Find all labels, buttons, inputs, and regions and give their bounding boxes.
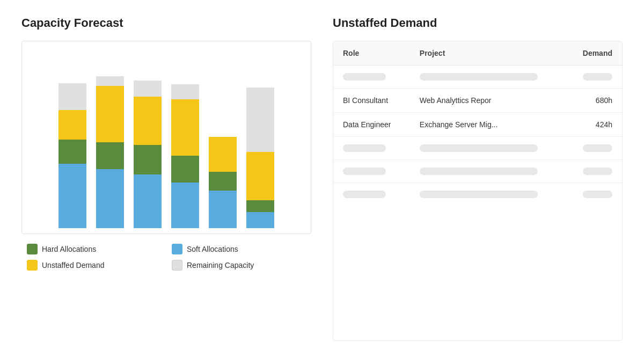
right-panel: Unstaffed Demand Role Project Demand BI … — [333, 16, 623, 341]
hard-allocations-segment — [96, 142, 124, 169]
table-row-skel1 — [333, 65, 622, 89]
capacity-forecast-chart — [21, 41, 311, 234]
soft-allocations-segment — [209, 191, 237, 228]
legend-label-hard: Hard Allocations — [42, 245, 96, 253]
skeleton-project-skel3 — [410, 160, 566, 183]
skeleton-demand-skel4 — [566, 183, 622, 206]
bar-column-bar4 — [171, 84, 199, 228]
legend-color-unstaffed — [27, 260, 38, 271]
unstaffed-demand-title: Unstaffed Demand — [333, 16, 623, 30]
legend-color-remaining — [172, 260, 182, 271]
hard-allocations-segment — [134, 145, 162, 174]
skeleton-role-skel2 — [333, 137, 410, 160]
skeleton-project-skel1 — [410, 65, 566, 89]
left-panel: Capacity Forecast Hard AllocationsSoft A… — [21, 16, 311, 341]
unstaffed-demand-segment — [171, 99, 199, 156]
col-project: Project — [410, 41, 566, 65]
unstaffed-demand-segment — [134, 97, 162, 145]
soft-allocations-segment — [134, 174, 162, 228]
legend-item-soft: Soft Allocations — [172, 244, 311, 254]
legend-label-soft: Soft Allocations — [187, 245, 238, 253]
soft-allocations-segment — [246, 212, 274, 228]
soft-allocations-segment — [96, 169, 124, 228]
legend-color-soft — [172, 244, 182, 254]
skeleton-role-skel1 — [333, 65, 410, 89]
skeleton-project-skel2 — [410, 137, 566, 160]
unstaffed-demand-segment — [58, 110, 86, 140]
capacity-forecast-title: Capacity Forecast — [21, 16, 311, 30]
table-row-row2: Data EngineerExchange Server Mig...424h — [333, 113, 622, 137]
bar-column-bar2 — [96, 76, 124, 228]
bar-column-bar5 — [209, 137, 237, 228]
cell-project-row2: Exchange Server Mig... — [410, 113, 566, 137]
hard-allocations-segment — [246, 200, 274, 212]
remaining-capacity-segment — [246, 88, 274, 152]
legend-label-remaining: Remaining Capacity — [187, 261, 254, 269]
legend-item-unstaffed: Unstaffed Demand — [27, 260, 166, 271]
skeleton-demand-skel3 — [566, 160, 622, 183]
main-container: Capacity Forecast Hard AllocationsSoft A… — [0, 0, 644, 357]
unstaffed-demand-segment — [96, 86, 124, 142]
cell-role-row1: BI Consultant — [333, 89, 410, 113]
remaining-capacity-segment — [58, 83, 86, 110]
table-row-skel4 — [333, 183, 622, 206]
skeleton-project-skel4 — [410, 183, 566, 206]
remaining-capacity-segment — [134, 81, 162, 97]
unstaffed-demand-table: Role Project Demand BI ConsultantWeb Ana… — [333, 41, 622, 206]
unstaffed-demand-segment — [209, 137, 237, 172]
table-row-row1: BI ConsultantWeb Analyttics Repor680h — [333, 89, 622, 113]
col-demand: Demand — [566, 41, 622, 65]
table-row-skel3 — [333, 160, 622, 183]
soft-allocations-segment — [171, 183, 199, 228]
bar-column-bar6 — [246, 88, 274, 228]
legend-label-unstaffed: Unstaffed Demand — [42, 261, 104, 269]
skeleton-demand-skel2 — [566, 137, 622, 160]
soft-allocations-segment — [58, 164, 86, 228]
table-header: Role Project Demand — [333, 41, 622, 65]
legend-item-hard: Hard Allocations — [27, 244, 166, 254]
hard-allocations-segment — [58, 140, 86, 164]
cell-role-row2: Data Engineer — [333, 113, 410, 137]
skeleton-demand-skel1 — [566, 65, 622, 89]
table-body: BI ConsultantWeb Analyttics Repor680hDat… — [333, 65, 622, 206]
bar-column-bar1 — [58, 83, 86, 228]
table-row-skel2 — [333, 137, 622, 160]
cell-demand-row1: 680h — [566, 89, 622, 113]
remaining-capacity-segment — [171, 84, 199, 99]
table-header-row: Role Project Demand — [333, 41, 622, 65]
unstaffed-demand-segment — [246, 152, 274, 200]
hard-allocations-segment — [171, 156, 199, 183]
skeleton-role-skel3 — [333, 160, 410, 183]
chart-legend: Hard AllocationsSoft AllocationsUnstaffe… — [21, 244, 311, 271]
bar-column-bar3 — [134, 81, 162, 228]
col-role: Role — [333, 41, 410, 65]
skeleton-role-skel4 — [333, 183, 410, 206]
cell-project-row1: Web Analyttics Repor — [410, 89, 566, 113]
unstaffed-demand-table-wrapper: Role Project Demand BI ConsultantWeb Ana… — [333, 41, 623, 341]
hard-allocations-segment — [209, 172, 237, 191]
legend-color-hard — [27, 244, 38, 254]
remaining-capacity-segment — [96, 76, 124, 86]
cell-demand-row2: 424h — [566, 113, 622, 137]
legend-item-remaining: Remaining Capacity — [172, 260, 311, 271]
